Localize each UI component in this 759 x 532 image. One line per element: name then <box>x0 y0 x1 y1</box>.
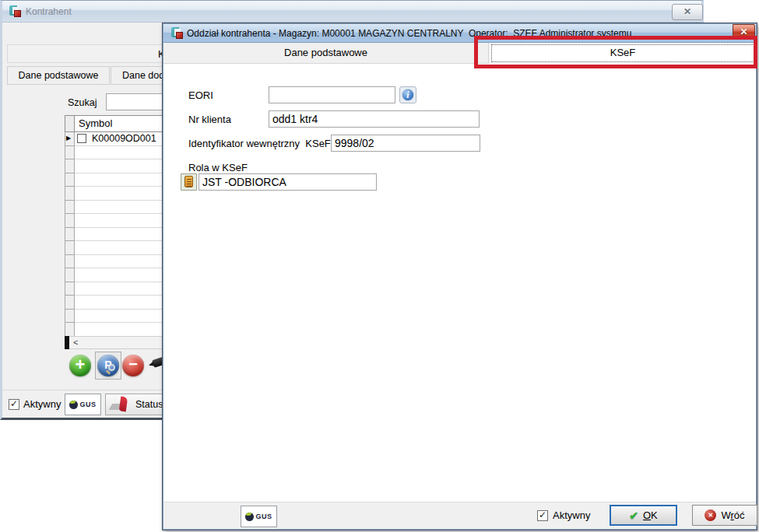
ok-button[interactable]: ✔ OK <box>610 505 677 526</box>
row-selector-cell[interactable]: ▶ <box>65 132 75 146</box>
check-icon: ✔ <box>629 509 638 522</box>
list-book-icon <box>184 176 193 187</box>
tab-dane-podstawowe[interactable]: Dane podstawowe <box>7 66 110 85</box>
aktywny-checkbox[interactable] <box>537 510 548 521</box>
search-label: Szukaj <box>68 97 97 108</box>
aktywny-checkbox[interactable] <box>9 399 19 410</box>
rola-lookup-button[interactable] <box>181 173 197 191</box>
gus-label: GUS <box>79 401 96 408</box>
row-selector-cell[interactable] <box>65 241 75 255</box>
row-selector-cell[interactable] <box>65 159 75 173</box>
row-selector-cell[interactable] <box>65 187 75 201</box>
close-button[interactable]: ✕ <box>672 4 703 20</box>
row-selector-cell[interactable] <box>65 146 75 160</box>
rola-label: Rola w KSeF <box>188 162 248 173</box>
magnifier-icon <box>108 364 115 371</box>
nr-klienta-input[interactable] <box>269 110 480 128</box>
app-logo-icon <box>9 5 22 18</box>
scroll-left-icon[interactable]: < <box>73 338 78 347</box>
aktywny-checkbox-group[interactable]: Aktywny <box>9 398 61 410</box>
dialog-title: Oddział kontrahenta - Magazyn: M00001 MA… <box>187 28 631 39</box>
ok-label: OK <box>643 509 658 521</box>
rola-input[interactable] <box>199 173 377 191</box>
app-logo-icon <box>171 27 184 40</box>
symbol-value: K00009OD001 <box>92 133 156 144</box>
view-edit-button[interactable]: P <box>97 355 119 376</box>
add-button[interactable]: + <box>69 355 91 376</box>
gus-logo-icon <box>245 513 254 521</box>
identyfikator-input[interactable] <box>331 135 480 152</box>
nr-klienta-label: Nr klienta <box>188 114 231 125</box>
dialog-close-button[interactable]: ✕ <box>733 24 755 40</box>
ksef-tab-panel: EORI i Nr klienta Identyfikator wewnętrz… <box>163 64 756 502</box>
row-selector-cell[interactable] <box>65 228 75 242</box>
dialog-titlebar[interactable]: Oddział kontrahenta - Magazyn: M00001 MA… <box>163 24 756 43</box>
row-selector-cell[interactable] <box>65 214 75 228</box>
dialog-tabstrip: Dane podstawowe KSeF <box>163 43 756 64</box>
window-title: Kontrahent <box>26 6 72 17</box>
cancel-x-icon: ✕ <box>705 509 716 521</box>
tab-dane-podstawowe[interactable]: Dane podstawowe <box>163 43 489 64</box>
gus-logo-icon <box>69 401 78 409</box>
row-selector-cell[interactable] <box>65 296 75 310</box>
dialog-footer: GUS Aktywny ✔ OK ✕ Wróć <box>163 502 756 529</box>
screen: Kontrahent ✕ K Dane podstawowe Dane doda… <box>0 0 759 532</box>
aktywny-checkbox-group[interactable]: Aktywny <box>537 509 590 521</box>
row-selector-cell[interactable] <box>65 201 75 215</box>
identyfikator-label: Identyfikator wewnętrzny KSeF <box>188 138 331 149</box>
splitter-handle[interactable] <box>65 336 69 349</box>
row-selector-header <box>65 115 75 132</box>
delete-button[interactable]: − <box>122 355 144 376</box>
row-selector-cell[interactable] <box>65 282 75 296</box>
gus-label: GUS <box>255 513 272 520</box>
row-selector-cell[interactable] <box>65 323 75 337</box>
vat-status-icon <box>109 397 132 412</box>
kontrahent-titlebar[interactable]: Kontrahent ✕ <box>2 1 701 23</box>
info-icon: i <box>402 89 414 101</box>
tab-ksef[interactable]: KSeF <box>490 43 756 64</box>
row-selector-cell[interactable] <box>65 268 75 282</box>
gus-button[interactable]: GUS <box>65 394 101 415</box>
aktywny-label: Aktywny <box>553 509 590 521</box>
row-checkbox[interactable] <box>77 134 86 143</box>
eori-label: EORI <box>188 89 213 101</box>
wroc-label: Wróć <box>721 509 744 521</box>
row-selector-cell[interactable] <box>65 255 75 269</box>
aktywny-label: Aktywny <box>23 398 61 410</box>
gus-button[interactable]: GUS <box>241 506 277 527</box>
eori-info-button[interactable]: i <box>399 86 416 103</box>
row-selector-cell[interactable] <box>65 310 75 324</box>
oddzial-kontrahenta-dialog: Oddział kontrahenta - Magazyn: M00001 MA… <box>162 23 757 530</box>
eori-input[interactable] <box>269 86 395 103</box>
wroc-button[interactable]: ✕ Wróć <box>692 505 757 526</box>
current-row-marker-icon: ▶ <box>66 135 71 142</box>
row-selector-cell[interactable] <box>65 173 75 187</box>
